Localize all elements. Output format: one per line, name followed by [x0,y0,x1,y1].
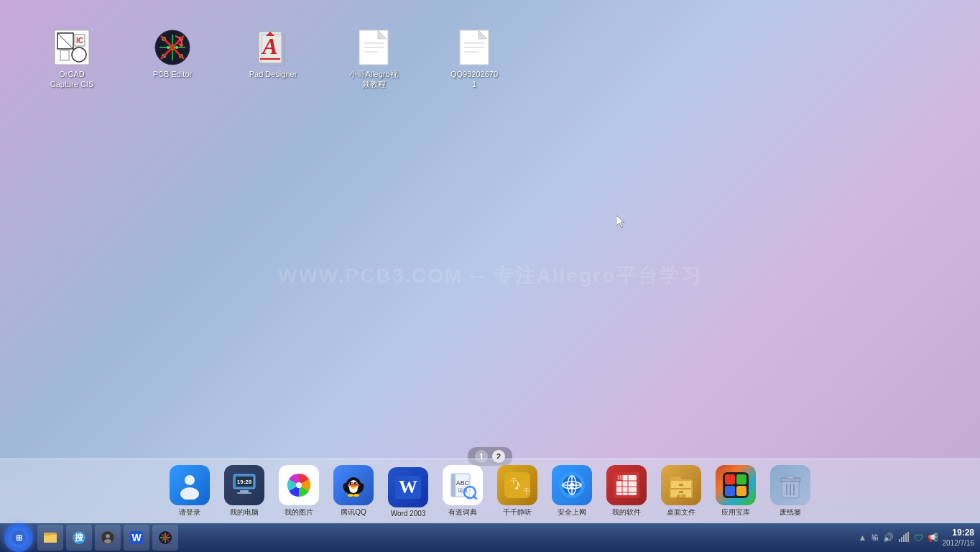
start-button[interactable]: ⊞ [4,523,33,552]
dock-item-word[interactable]: W Word 2003 [384,467,433,518]
dock-item-login[interactable]: 请登录 [165,465,214,518]
taskbar-word[interactable]: W [124,525,149,551]
svg-rect-106 [44,535,57,543]
svg-point-112 [104,539,111,543]
dock-item-trash[interactable]: 废纸篓 [766,465,815,518]
dock-items: 请登录 19:28 我的电脑 [151,465,829,518]
login-icon [170,465,210,505]
svg-text:桌面: 桌面 [676,494,686,499]
pad-label: Pad Designer [249,69,297,79]
word-label: Word 2003 [391,510,426,518]
dock-item-mypc[interactable]: 19:28 我的电脑 [220,465,269,518]
dock-item-music[interactable]: ♪ 千 千 千千静听 [493,465,542,518]
music-icon: ♪ 千 千 [497,465,537,505]
svg-rect-93 [725,474,735,484]
svg-point-19 [175,46,178,49]
trash-label: 废纸篓 [780,507,801,518]
svg-rect-122 [903,535,905,542]
qq-icon [333,465,374,505]
qq-label: 腾讯QQ [341,507,366,518]
svg-text:千: 千 [523,487,530,495]
taskbar-unknown[interactable] [95,525,121,551]
tray-arrow[interactable]: ▲ [859,533,867,543]
mysoft-icon: 我 [606,465,647,505]
dict-icon: ABC 词典 [443,465,483,505]
desktop-icons-area: IC OrCAD Capture CIS [43,29,503,90]
orcad-icon-image: IC [53,29,91,66]
svg-rect-6 [60,50,69,60]
dock-item-dict[interactable]: ABC 词典 有道词典 [438,465,487,518]
svg-point-49 [351,482,353,484]
desktop: IC OrCAD Capture CIS [0,0,980,552]
qq-number-icon-image [456,29,493,66]
svg-text:A: A [261,33,277,59]
dock-item-appstore[interactable]: 应用宝库 [711,465,760,518]
trash-icon [770,465,810,505]
svg-text:IC: IC [76,37,83,45]
svg-text:⊞: ⊞ [16,533,22,542]
taskbar-right: ▲ 输 🔊 🛡 📢 19:28 2012/ [859,528,980,548]
svg-point-64 [466,489,473,496]
svg-point-36 [185,475,195,485]
orcad-label: OrCAD Capture CIS [50,69,94,90]
svg-text:我: 我 [617,475,622,480]
appstore-icon [716,465,756,505]
taskbar-explorer[interactable] [37,525,63,551]
desktop-icon-allegro-video[interactable]: 小哥Allegro视 频教程 [345,29,402,90]
svg-point-50 [356,482,357,484]
mouse-cursor [616,216,625,229]
watermark-text: WWW.PCB3.COM -- 专注Allegro平台学习 [278,262,702,290]
desktop-icon-pcb[interactable]: PCB Editor [144,29,201,79]
mypc-icon: 19:28 [224,465,264,505]
desktop-icon-orcad[interactable]: IC OrCAD Capture CIS [43,29,101,90]
svg-text:千: 千 [510,477,517,485]
dock-item-qq[interactable]: 腾讯QQ [329,465,378,518]
clock-area[interactable]: 19:28 2012/7/16 [943,528,975,548]
svg-marker-35 [616,216,624,228]
tray-input-method[interactable]: 输 [872,533,879,543]
svg-line-63 [473,496,476,499]
pad-icon-image: A [254,29,292,66]
music-label: 千千静听 [503,507,532,518]
dock-item-photos[interactable]: 我的图片 [274,465,323,518]
photos-icon [279,465,319,505]
desktop-icon-qq-number[interactable]: QQ93202670 1 [445,29,503,90]
svg-point-54 [348,494,353,497]
mypc-label: 我的电脑 [230,507,259,518]
date-display: 2012/7/16 [943,538,975,548]
desktop-icon-pad[interactable]: A Pad Designer [244,29,302,79]
pcb-label: PCB Editor [153,69,192,79]
dock-item-mysoft[interactable]: 我 我的软件 [602,465,651,518]
login-label: 请登录 [179,507,200,518]
tray-security[interactable]: 🛡 [914,533,923,543]
svg-text:W: W [399,477,417,497]
dict-label: 有道词典 [448,507,477,518]
allegro-video-label: 小哥Allegro视 频教程 [349,69,397,90]
svg-point-111 [106,534,110,538]
ie-label: 安全上网 [558,507,586,518]
tray-network[interactable] [898,532,910,543]
svg-rect-96 [736,486,746,496]
desktop-files-icon: 桌面 [661,465,701,505]
tray-volume[interactable]: 🔊 [883,533,894,543]
svg-point-18 [167,46,170,49]
svg-rect-90 [679,491,683,493]
taskbar-sogou[interactable]: 搜 [66,525,92,551]
pcb-icon-image [154,29,191,66]
svg-text:ABC: ABC [456,479,470,487]
tray-speaker[interactable]: 📢 [928,533,938,543]
svg-point-37 [180,487,199,500]
taskbar-pcb[interactable] [152,525,178,551]
svg-text:W: W [131,532,142,543]
dock-item-desktop-files[interactable]: 桌面 桌面文件 [657,465,706,518]
allegro-video-icon-image [355,29,392,66]
dock-item-ie[interactable]: e 安全上网 [547,465,596,518]
time-display: 19:28 [943,528,975,539]
svg-text:19:28: 19:28 [237,479,252,485]
svg-rect-123 [905,533,907,542]
svg-rect-95 [725,486,735,496]
svg-rect-94 [736,474,746,484]
svg-rect-99 [787,476,794,479]
taskbar-items: 搜 W [37,525,859,551]
svg-rect-124 [907,532,909,542]
